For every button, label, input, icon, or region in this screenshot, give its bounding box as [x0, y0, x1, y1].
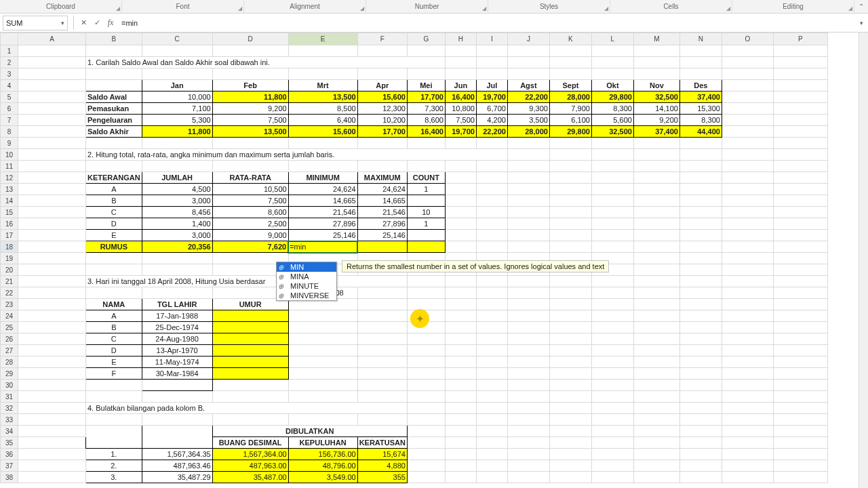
autocomplete-item[interactable]: ⊕MINUTE [277, 281, 336, 291]
cell-A6[interactable] [18, 103, 86, 115]
cell-J10[interactable] [507, 149, 549, 161]
cell-C15[interactable]: 8,456 [142, 207, 212, 218]
cell-C34[interactable] [142, 426, 212, 449]
formula-input[interactable]: =min [117, 16, 854, 30]
cell-M17[interactable] [633, 230, 679, 241]
cell-F31[interactable] [357, 391, 407, 403]
cell-M16[interactable] [633, 218, 679, 230]
cell-A14[interactable] [18, 195, 86, 207]
cell-H2[interactable] [445, 57, 476, 68]
cell-K23[interactable] [549, 299, 591, 310]
cell-H8[interactable]: 19,700 [445, 126, 476, 138]
select-all-corner[interactable] [1, 33, 18, 45]
cell-D9[interactable] [212, 138, 288, 149]
cell-K26[interactable] [549, 333, 591, 345]
cell-D34[interactable]: DIBULATKAN [212, 426, 407, 437]
cell-K30[interactable] [549, 380, 591, 391]
cell-M28[interactable] [633, 357, 679, 368]
dialog-launcher-icon[interactable]: ◢ [116, 5, 120, 12]
cell-N17[interactable] [679, 230, 722, 241]
row-header[interactable]: 15 [1, 207, 18, 218]
cell-K12[interactable] [549, 172, 591, 184]
cell-A15[interactable] [18, 207, 86, 218]
cell-K13[interactable] [549, 184, 591, 195]
row-header[interactable]: 28 [1, 357, 18, 368]
cell-L36[interactable] [591, 449, 633, 460]
row-header[interactable]: 13 [1, 184, 18, 195]
cell-B24[interactable]: A [86, 310, 142, 322]
cell-I4[interactable]: Jul [476, 80, 507, 92]
cell-B27[interactable]: D [86, 345, 142, 357]
cell-J21[interactable] [507, 276, 549, 287]
active-cell[interactable]: =min [288, 241, 357, 253]
cell-J22[interactable] [507, 287, 549, 299]
cell-J28[interactable] [507, 357, 549, 368]
cell-L1[interactable] [591, 45, 633, 57]
row-header[interactable]: 32 [1, 403, 18, 414]
cell-F18[interactable] [357, 241, 407, 253]
cell-O30[interactable] [722, 380, 773, 391]
cell-P5[interactable] [773, 92, 827, 103]
cell-E33[interactable] [288, 414, 357, 426]
cell-A13[interactable] [18, 184, 86, 195]
cell-L15[interactable] [591, 207, 633, 218]
row-header[interactable]: 25 [1, 322, 18, 333]
cell-M25[interactable] [633, 322, 679, 333]
cell-L33[interactable] [591, 414, 633, 426]
cell-C24[interactable]: 17-Jan-1988 [142, 310, 212, 322]
cell-E16[interactable]: 27,896 [288, 218, 357, 230]
cell-L24[interactable] [591, 310, 633, 322]
cell-I14[interactable] [476, 195, 507, 207]
cell-I18[interactable] [476, 241, 507, 253]
cell-M2[interactable] [633, 57, 679, 68]
cell-N4[interactable]: Des [679, 80, 722, 92]
cell-O28[interactable] [722, 357, 773, 368]
cell-G11[interactable] [407, 161, 445, 172]
cell-F3[interactable] [357, 68, 407, 80]
cell-P25[interactable] [773, 322, 827, 333]
cell-A22[interactable] [18, 287, 86, 299]
cell-N14[interactable] [679, 195, 722, 207]
cell-I25[interactable] [476, 322, 507, 333]
cell-N30[interactable] [679, 380, 722, 391]
cell-A25[interactable] [18, 322, 86, 333]
row-header[interactable]: 14 [1, 195, 18, 207]
row-header[interactable]: 5 [1, 92, 18, 103]
cell-A1[interactable] [18, 45, 86, 57]
row-header[interactable]: 3 [1, 68, 18, 80]
cell-B18[interactable]: RUMUS [86, 241, 142, 253]
cell-E12[interactable]: MINIMUM [288, 172, 357, 184]
cell-G32[interactable] [407, 403, 445, 414]
cell-B25[interactable]: B [86, 322, 142, 333]
cell-C20[interactable] [142, 264, 212, 276]
cell-J34[interactable] [507, 426, 549, 437]
cell-I31[interactable] [476, 391, 507, 403]
cell-B14[interactable]: B [86, 195, 142, 207]
cell-G5[interactable]: 17,700 [407, 92, 445, 103]
cell-I37[interactable] [476, 460, 507, 472]
cell-O26[interactable] [722, 333, 773, 345]
cell-C7[interactable]: 5,300 [142, 115, 212, 126]
cell-J9[interactable] [507, 138, 549, 149]
cell-H34[interactable] [445, 426, 476, 437]
cell-L27[interactable] [591, 345, 633, 357]
cell-F15[interactable]: 21,546 [357, 207, 407, 218]
cell-G12[interactable]: COUNT [407, 172, 445, 184]
cell-O33[interactable] [722, 414, 773, 426]
cell-E11[interactable] [288, 161, 357, 172]
cell-F30[interactable] [357, 380, 407, 391]
cell-H38[interactable] [445, 472, 476, 483]
cell-G26[interactable] [407, 333, 445, 345]
cell-K14[interactable] [549, 195, 591, 207]
cell-E17[interactable]: 25,146 [288, 230, 357, 241]
cell-O14[interactable] [722, 195, 773, 207]
cell-P31[interactable] [773, 391, 827, 403]
row-header[interactable]: 38 [1, 472, 18, 483]
cell-P18[interactable] [773, 241, 827, 253]
cell-B6[interactable]: Pemasukan [86, 103, 142, 115]
cell-K7[interactable]: 6,100 [549, 115, 591, 126]
cell-A34[interactable] [18, 426, 86, 437]
cell-N9[interactable] [679, 138, 722, 149]
cell-A8[interactable] [18, 126, 86, 138]
cell-F29[interactable] [357, 368, 407, 380]
